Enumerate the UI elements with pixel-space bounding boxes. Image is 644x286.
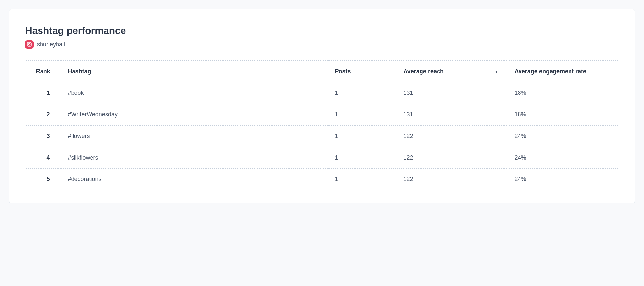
- cell-rank: 3: [25, 126, 61, 147]
- cell-posts: 1: [328, 147, 397, 169]
- col-label: Posts: [335, 68, 351, 75]
- cell-rank: 5: [25, 169, 61, 190]
- cell-rate: 24%: [508, 126, 619, 147]
- card-title: Hashtag performance: [25, 25, 619, 36]
- cell-rate: 18%: [508, 104, 619, 126]
- cell-reach: 122: [397, 169, 508, 190]
- cell-hashtag: #flowers: [61, 126, 328, 147]
- cell-hashtag: #silkflowers: [61, 147, 328, 169]
- cell-rank: 2: [25, 104, 61, 126]
- col-label: Average engagement rate: [515, 68, 586, 75]
- hashtag-performance-card: Hashtag performance shurleyhall Rank Has…: [9, 9, 635, 203]
- col-header-hashtag[interactable]: Hashtag: [61, 61, 328, 82]
- hashtag-table: Rank Hashtag Posts Average reach ▼ Avera…: [25, 60, 619, 190]
- table-row: 3#flowers112224%: [25, 126, 619, 147]
- svg-point-2: [30, 43, 31, 43]
- cell-reach: 122: [397, 147, 508, 169]
- svg-rect-0: [27, 42, 31, 46]
- cell-posts: 1: [328, 169, 397, 190]
- col-header-rate[interactable]: Average engagement rate: [508, 61, 619, 82]
- col-header-reach[interactable]: Average reach ▼: [397, 61, 508, 82]
- cell-posts: 1: [328, 82, 397, 104]
- cell-posts: 1: [328, 104, 397, 126]
- cell-rank: 4: [25, 147, 61, 169]
- cell-hashtag: #book: [61, 82, 328, 104]
- cell-reach: 122: [397, 126, 508, 147]
- instagram-icon: [25, 40, 34, 49]
- account-name: shurleyhall: [37, 41, 65, 48]
- table-row: 1#book113118%: [25, 82, 619, 104]
- table-row: 5#decorations112224%: [25, 169, 619, 190]
- cell-reach: 131: [397, 82, 508, 104]
- table-row: 4#silkflowers112224%: [25, 147, 619, 169]
- cell-hashtag: #WriterWednesday: [61, 104, 328, 126]
- cell-reach: 131: [397, 104, 508, 126]
- sort-desc-icon: ▼: [495, 69, 499, 74]
- col-label: Rank: [36, 68, 50, 75]
- col-label: Hashtag: [68, 68, 91, 75]
- table-header-row: Rank Hashtag Posts Average reach ▼ Avera…: [25, 61, 619, 82]
- svg-point-1: [28, 43, 30, 45]
- col-header-rank[interactable]: Rank: [25, 61, 61, 82]
- col-label: Average reach: [404, 68, 444, 75]
- cell-rate: 24%: [508, 147, 619, 169]
- cell-posts: 1: [328, 126, 397, 147]
- cell-rate: 18%: [508, 82, 619, 104]
- account-row: shurleyhall: [25, 40, 619, 49]
- cell-rank: 1: [25, 82, 61, 104]
- col-header-posts[interactable]: Posts: [328, 61, 397, 82]
- table-row: 2#WriterWednesday113118%: [25, 104, 619, 126]
- cell-hashtag: #decorations: [61, 169, 328, 190]
- cell-rate: 24%: [508, 169, 619, 190]
